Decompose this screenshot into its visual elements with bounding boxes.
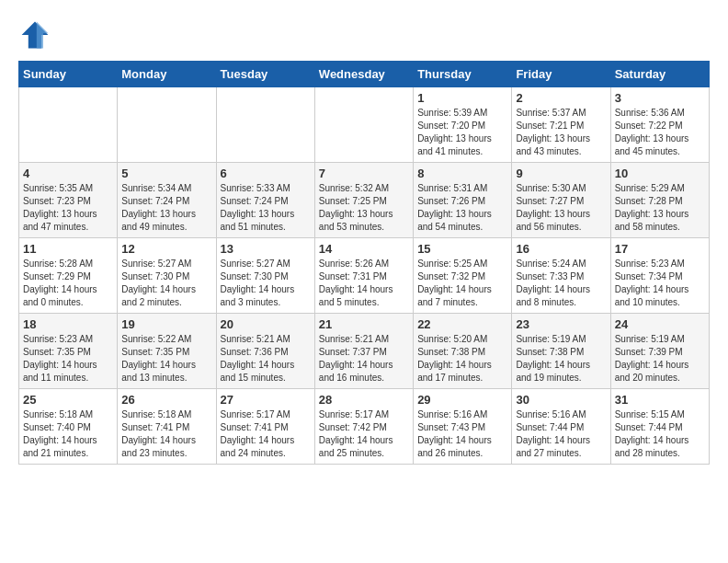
- day-number: 6: [221, 167, 311, 180]
- calendar-cell: 12Sunrise: 5:27 AM Sunset: 7:30 PM Dayli…: [118, 238, 216, 314]
- day-info: Sunrise: 5:16 AM Sunset: 7:43 PM Dayligh…: [417, 408, 507, 460]
- day-info: Sunrise: 5:39 AM Sunset: 7:20 PM Dayligh…: [417, 107, 507, 158]
- day-info: Sunrise: 5:15 AM Sunset: 7:44 PM Dayligh…: [615, 408, 705, 460]
- day-info: Sunrise: 5:19 AM Sunset: 7:39 PM Dayligh…: [615, 333, 705, 385]
- day-number: 16: [516, 242, 606, 256]
- logo: [18, 18, 55, 52]
- day-number: 15: [417, 242, 507, 256]
- page-header: [18, 18, 710, 52]
- day-number: 27: [221, 393, 311, 407]
- day-number: 20: [221, 317, 311, 331]
- day-info: Sunrise: 5:25 AM Sunset: 7:32 PM Dayligh…: [417, 258, 507, 309]
- day-number: 13: [221, 242, 311, 256]
- day-number: 28: [319, 393, 409, 407]
- day-number: 25: [23, 393, 113, 407]
- calendar-cell: 6Sunrise: 5:33 AM Sunset: 7:24 PM Daylig…: [216, 163, 314, 238]
- calendar-cell: 1Sunrise: 5:39 AM Sunset: 7:20 PM Daylig…: [414, 87, 512, 163]
- day-header-wednesday: Wednesday: [314, 62, 413, 87]
- day-number: 8: [417, 167, 507, 180]
- day-info: Sunrise: 5:37 AM Sunset: 7:21 PM Dayligh…: [516, 107, 606, 158]
- day-info: Sunrise: 5:28 AM Sunset: 7:29 PM Dayligh…: [23, 258, 113, 309]
- day-header-monday: Monday: [118, 62, 216, 87]
- day-number: 22: [417, 317, 507, 331]
- day-number: 12: [121, 242, 211, 256]
- calendar-cell: 19Sunrise: 5:22 AM Sunset: 7:35 PM Dayli…: [118, 314, 216, 389]
- svg-marker-0: [22, 22, 49, 49]
- day-number: 19: [121, 317, 211, 331]
- calendar-week-2: 4Sunrise: 5:35 AM Sunset: 7:23 PM Daylig…: [19, 163, 710, 238]
- day-info: Sunrise: 5:23 AM Sunset: 7:35 PM Dayligh…: [23, 333, 113, 385]
- day-header-tuesday: Tuesday: [216, 62, 314, 87]
- day-number: 17: [615, 242, 705, 256]
- day-info: Sunrise: 5:29 AM Sunset: 7:28 PM Dayligh…: [615, 182, 705, 234]
- calendar-cell: 27Sunrise: 5:17 AM Sunset: 7:41 PM Dayli…: [216, 389, 314, 465]
- calendar-cell: 15Sunrise: 5:25 AM Sunset: 7:32 PM Dayli…: [414, 238, 512, 314]
- calendar-cell: 5Sunrise: 5:34 AM Sunset: 7:24 PM Daylig…: [118, 163, 216, 238]
- day-header-saturday: Saturday: [610, 62, 709, 87]
- day-info: Sunrise: 5:17 AM Sunset: 7:41 PM Dayligh…: [221, 408, 311, 460]
- day-header-friday: Friday: [512, 62, 610, 87]
- day-info: Sunrise: 5:27 AM Sunset: 7:30 PM Dayligh…: [221, 258, 311, 309]
- calendar-cell: 21Sunrise: 5:21 AM Sunset: 7:37 PM Dayli…: [314, 314, 413, 389]
- calendar-cell: 25Sunrise: 5:18 AM Sunset: 7:40 PM Dayli…: [19, 389, 118, 465]
- day-info: Sunrise: 5:27 AM Sunset: 7:30 PM Dayligh…: [121, 258, 211, 309]
- calendar-cell: 10Sunrise: 5:29 AM Sunset: 7:28 PM Dayli…: [610, 163, 709, 238]
- calendar-cell: [314, 87, 413, 163]
- calendar-cell: [216, 87, 314, 163]
- day-number: 3: [615, 91, 705, 105]
- calendar-cell: [19, 87, 118, 163]
- day-info: Sunrise: 5:35 AM Sunset: 7:23 PM Dayligh…: [23, 182, 113, 234]
- calendar-cell: 17Sunrise: 5:23 AM Sunset: 7:34 PM Dayli…: [610, 238, 709, 314]
- calendar-cell: 29Sunrise: 5:16 AM Sunset: 7:43 PM Dayli…: [414, 389, 512, 465]
- day-info: Sunrise: 5:21 AM Sunset: 7:37 PM Dayligh…: [319, 333, 409, 385]
- day-number: 10: [615, 167, 705, 180]
- day-info: Sunrise: 5:34 AM Sunset: 7:24 PM Dayligh…: [121, 182, 211, 234]
- day-info: Sunrise: 5:20 AM Sunset: 7:38 PM Dayligh…: [417, 333, 507, 385]
- calendar-cell: 9Sunrise: 5:30 AM Sunset: 7:27 PM Daylig…: [512, 163, 610, 238]
- calendar-week-4: 18Sunrise: 5:23 AM Sunset: 7:35 PM Dayli…: [19, 314, 710, 389]
- day-number: 21: [319, 317, 409, 331]
- day-info: Sunrise: 5:33 AM Sunset: 7:24 PM Dayligh…: [221, 182, 311, 234]
- day-number: 26: [121, 393, 211, 407]
- calendar-week-3: 11Sunrise: 5:28 AM Sunset: 7:29 PM Dayli…: [19, 238, 710, 314]
- calendar-cell: 4Sunrise: 5:35 AM Sunset: 7:23 PM Daylig…: [19, 163, 118, 238]
- day-number: 24: [615, 317, 705, 331]
- day-info: Sunrise: 5:19 AM Sunset: 7:38 PM Dayligh…: [516, 333, 606, 385]
- calendar-cell: 22Sunrise: 5:20 AM Sunset: 7:38 PM Dayli…: [414, 314, 512, 389]
- calendar-cell: 20Sunrise: 5:21 AM Sunset: 7:36 PM Dayli…: [216, 314, 314, 389]
- day-header-sunday: Sunday: [19, 62, 118, 87]
- day-number: 30: [516, 393, 606, 407]
- day-info: Sunrise: 5:18 AM Sunset: 7:40 PM Dayligh…: [23, 408, 113, 460]
- logo-icon: [18, 18, 51, 52]
- day-number: 31: [615, 393, 705, 407]
- calendar-header-row: SundayMondayTuesdayWednesdayThursdayFrid…: [19, 62, 710, 87]
- day-info: Sunrise: 5:23 AM Sunset: 7:34 PM Dayligh…: [615, 258, 705, 309]
- day-info: Sunrise: 5:36 AM Sunset: 7:22 PM Dayligh…: [615, 107, 705, 158]
- calendar-cell: 28Sunrise: 5:17 AM Sunset: 7:42 PM Dayli…: [314, 389, 413, 465]
- calendar-cell: 31Sunrise: 5:15 AM Sunset: 7:44 PM Dayli…: [610, 389, 709, 465]
- calendar-cell: 26Sunrise: 5:18 AM Sunset: 7:41 PM Dayli…: [118, 389, 216, 465]
- day-info: Sunrise: 5:24 AM Sunset: 7:33 PM Dayligh…: [516, 258, 606, 309]
- day-info: Sunrise: 5:30 AM Sunset: 7:27 PM Dayligh…: [516, 182, 606, 234]
- day-number: 1: [417, 91, 507, 105]
- day-number: 23: [516, 317, 606, 331]
- calendar-cell: 14Sunrise: 5:26 AM Sunset: 7:31 PM Dayli…: [314, 238, 413, 314]
- day-info: Sunrise: 5:17 AM Sunset: 7:42 PM Dayligh…: [319, 408, 409, 460]
- calendar-week-5: 25Sunrise: 5:18 AM Sunset: 7:40 PM Dayli…: [19, 389, 710, 465]
- day-number: 14: [319, 242, 409, 256]
- day-info: Sunrise: 5:26 AM Sunset: 7:31 PM Dayligh…: [319, 258, 409, 309]
- calendar-cell: 8Sunrise: 5:31 AM Sunset: 7:26 PM Daylig…: [414, 163, 512, 238]
- day-info: Sunrise: 5:18 AM Sunset: 7:41 PM Dayligh…: [121, 408, 211, 460]
- calendar-cell: 24Sunrise: 5:19 AM Sunset: 7:39 PM Dayli…: [610, 314, 709, 389]
- day-number: 4: [23, 167, 113, 180]
- day-number: 2: [516, 91, 606, 105]
- day-info: Sunrise: 5:21 AM Sunset: 7:36 PM Dayligh…: [221, 333, 311, 385]
- calendar-cell: 2Sunrise: 5:37 AM Sunset: 7:21 PM Daylig…: [512, 87, 610, 163]
- day-header-thursday: Thursday: [414, 62, 512, 87]
- day-number: 29: [417, 393, 507, 407]
- calendar-cell: 16Sunrise: 5:24 AM Sunset: 7:33 PM Dayli…: [512, 238, 610, 314]
- calendar-cell: [118, 87, 216, 163]
- calendar-cell: 13Sunrise: 5:27 AM Sunset: 7:30 PM Dayli…: [216, 238, 314, 314]
- day-number: 18: [23, 317, 113, 331]
- calendar-cell: 30Sunrise: 5:16 AM Sunset: 7:44 PM Dayli…: [512, 389, 610, 465]
